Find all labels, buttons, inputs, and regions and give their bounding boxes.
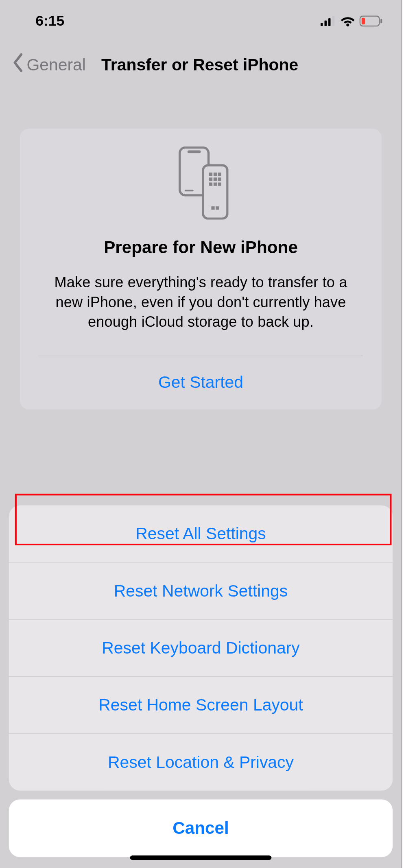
page-title: Transfer or Reset iPhone: [101, 55, 298, 74]
svg-rect-18: [209, 183, 212, 186]
reset-keyboard-dictionary-option[interactable]: Reset Keyboard Dictionary: [9, 620, 393, 677]
svg-rect-9: [188, 150, 201, 153]
cancel-button[interactable]: Cancel: [9, 800, 393, 857]
svg-rect-17: [218, 177, 221, 181]
svg-rect-16: [214, 177, 217, 181]
back-label: General: [26, 55, 86, 74]
svg-rect-22: [216, 206, 219, 210]
svg-rect-15: [209, 177, 212, 181]
svg-rect-1: [325, 20, 327, 26]
prepare-card: Prepare for New iPhone Make sure everyth…: [20, 129, 382, 409]
svg-rect-14: [218, 173, 221, 176]
reset-network-settings-option[interactable]: Reset Network Settings: [9, 562, 393, 619]
svg-rect-6: [362, 17, 365, 24]
svg-rect-19: [214, 183, 217, 186]
action-sheet: Reset All Settings Reset Network Setting…: [9, 505, 393, 857]
svg-rect-3: [332, 16, 334, 26]
svg-rect-13: [214, 173, 217, 176]
svg-rect-10: [185, 190, 194, 191]
svg-rect-2: [328, 18, 330, 26]
phones-icon: [20, 146, 382, 220]
svg-rect-21: [211, 206, 214, 210]
prepare-description: Make sure everything's ready to transfer…: [20, 273, 382, 332]
cellular-signal-icon: [321, 16, 336, 26]
reset-location-privacy-option[interactable]: Reset Location & Privacy: [9, 734, 393, 791]
reset-all-settings-option[interactable]: Reset All Settings: [9, 505, 393, 562]
reset-home-screen-layout-option[interactable]: Reset Home Screen Layout: [9, 677, 393, 734]
svg-rect-0: [321, 22, 323, 26]
action-sheet-group: Reset All Settings Reset Network Setting…: [9, 505, 393, 791]
status-time: 6:15: [35, 12, 64, 29]
chevron-left-icon: [10, 53, 27, 77]
svg-rect-20: [218, 183, 221, 186]
svg-rect-7: [380, 19, 382, 23]
status-bar: 6:15: [0, 0, 402, 36]
battery-low-icon: [359, 15, 382, 26]
get-started-button[interactable]: Get Started: [20, 356, 382, 409]
status-icons: [321, 15, 383, 26]
wifi-icon: [341, 15, 355, 26]
prepare-title: Prepare for New iPhone: [20, 237, 382, 257]
svg-rect-12: [209, 173, 212, 176]
nav-bar: General Transfer or Reset iPhone: [0, 36, 402, 85]
svg-point-4: [346, 23, 349, 26]
home-indicator[interactable]: [130, 855, 272, 860]
back-button[interactable]: General: [10, 53, 86, 77]
